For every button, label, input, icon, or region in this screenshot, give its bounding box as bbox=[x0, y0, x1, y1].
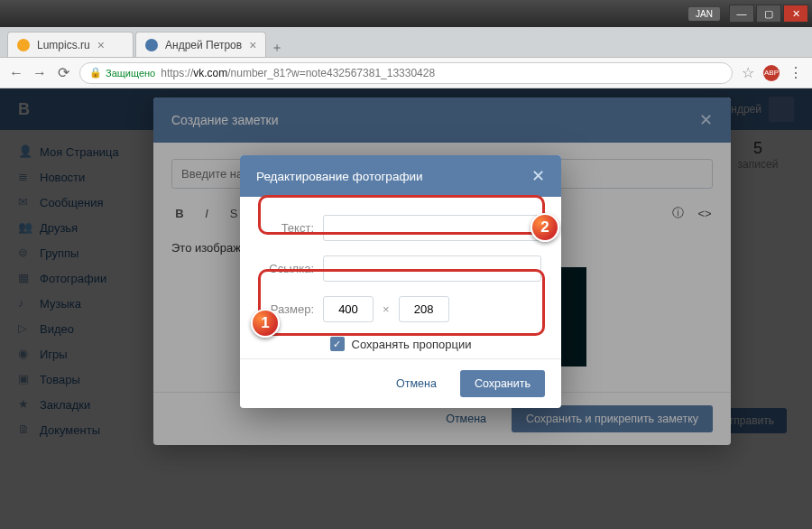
secure-label: Защищено bbox=[106, 68, 155, 79]
nav-back-icon[interactable]: ← bbox=[9, 66, 23, 80]
label-text: Текст: bbox=[260, 221, 314, 235]
secure-lock-icon: 🔒 Защищено bbox=[89, 67, 155, 79]
nav-forward-icon[interactable]: → bbox=[32, 66, 47, 80]
browser-tab-0[interactable]: Lumpics.ru × bbox=[7, 32, 134, 57]
photo-size-row: Размер: × bbox=[260, 296, 541, 322]
close-icon[interactable]: ✕ bbox=[531, 168, 545, 184]
checkbox-checked-icon[interactable]: ✓ bbox=[330, 337, 345, 351]
tab-close-icon[interactable]: × bbox=[97, 38, 105, 52]
url-field[interactable]: 🔒 Защищено https://vk.com/number_81?w=no… bbox=[79, 62, 733, 84]
keep-ratio-row[interactable]: ✓ Сохранять пропорции bbox=[260, 337, 541, 351]
photo-height-input[interactable] bbox=[399, 296, 449, 322]
photo-width-input[interactable] bbox=[323, 296, 374, 322]
window-close[interactable]: ✕ bbox=[783, 5, 808, 23]
window-maximize[interactable]: ▢ bbox=[756, 5, 781, 23]
favicon-icon bbox=[17, 39, 30, 51]
extension-abp-icon[interactable]: ABP bbox=[763, 65, 780, 81]
browser-address-bar: ← → ⟳ 🔒 Защищено https://vk.com/number_8… bbox=[0, 58, 812, 88]
tab-close-icon[interactable]: × bbox=[249, 38, 256, 52]
keep-ratio-label: Сохранять пропорции bbox=[352, 338, 472, 351]
tab-title: Андрей Петров bbox=[165, 39, 242, 51]
browser-tabstrip: Lumpics.ru × Андрей Петров × ＋ bbox=[0, 27, 812, 58]
photo-link-row: Ссылка: bbox=[260, 255, 541, 282]
photo-edit-dialog: Редактирование фотографии ✕ Текст: Ссылк… bbox=[240, 155, 561, 408]
browser-tab-1[interactable]: Андрей Петров × bbox=[135, 32, 266, 57]
photo-dialog-title: Редактирование фотографии bbox=[256, 170, 423, 183]
page-viewport: B Андрей 👤Моя Страница ≣Новости ✉Сообщен… bbox=[0, 88, 812, 529]
favicon-icon bbox=[145, 39, 158, 51]
photo-save-button[interactable]: Сохранить bbox=[460, 370, 545, 397]
multiply-icon: × bbox=[383, 302, 390, 316]
url-text: https://vk.com/number_81?w=note432567381… bbox=[161, 67, 435, 79]
label-size: Размер: bbox=[260, 302, 314, 316]
window-user-tag: JAN bbox=[688, 7, 720, 21]
bookmark-star-icon[interactable]: ☆ bbox=[742, 64, 754, 81]
browser-menu-icon[interactable]: ⋮ bbox=[789, 64, 803, 81]
photo-cancel-button[interactable]: Отмена bbox=[382, 370, 451, 397]
label-link: Ссылка: bbox=[260, 262, 314, 275]
nav-reload-icon[interactable]: ⟳ bbox=[56, 66, 70, 80]
tab-title: Lumpics.ru bbox=[37, 39, 90, 51]
new-tab-button[interactable]: ＋ bbox=[268, 39, 286, 57]
photo-text-input[interactable] bbox=[323, 215, 541, 241]
window-titlebar: JAN — ▢ ✕ bbox=[0, 0, 812, 27]
photo-link-input[interactable] bbox=[323, 255, 541, 282]
photo-dialog-header: Редактирование фотографии ✕ bbox=[240, 155, 561, 197]
photo-dialog-footer: Отмена Сохранить bbox=[240, 358, 561, 408]
photo-text-row: Текст: bbox=[260, 215, 541, 241]
window-minimize[interactable]: — bbox=[729, 5, 754, 23]
